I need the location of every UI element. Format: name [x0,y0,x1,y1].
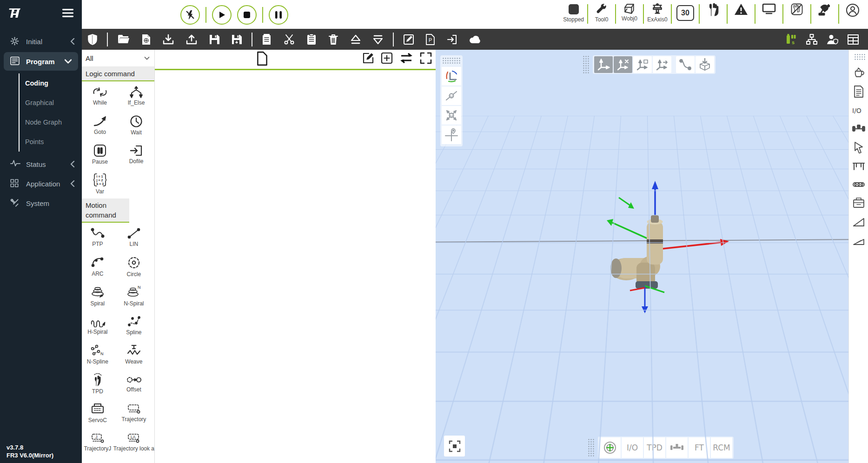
cloud-button[interactable] [469,35,481,44]
drag-handle[interactable] [442,57,461,64]
command-tool-ptp[interactable]: PTP [82,223,113,252]
save-button[interactable] [209,34,219,45]
filter-button[interactable] [373,34,383,45]
command-tool-while[interactable]: While [82,81,118,111]
menu-icon[interactable] [62,9,73,17]
viewport-3d[interactable]: MM I/OTPDFTRCM [436,50,848,463]
file-icon[interactable] [256,51,268,66]
io-text-button[interactable]: I/O [851,102,867,118]
drag-handle[interactable] [583,55,590,74]
clipboard-button[interactable] [307,33,316,45]
status-exaxis[interactable]: ExAxis0 [644,1,671,23]
command-tool-offset[interactable]: Offset [113,369,154,398]
import-button[interactable] [447,34,457,45]
network-button[interactable] [806,34,817,45]
pointer-button[interactable] [851,139,867,155]
command-tool-servoc[interactable]: ServoC [82,398,113,428]
frame-base-button[interactable] [594,56,613,73]
command-tool-wait[interactable]: Wait [118,111,154,140]
frame-wobj-button[interactable] [633,56,652,73]
command-tool-pause[interactable]: Pause [82,140,118,169]
command-tool-goto[interactable]: Goto [82,111,118,140]
wedge-button[interactable] [851,214,867,230]
command-tool-hspiral[interactable]: H-Spiral [82,311,113,340]
upload-button[interactable] [186,34,197,45]
fit-view-button[interactable] [444,436,465,456]
command-tool-spline[interactable]: Spline [113,311,154,340]
paste-doc-button[interactable] [262,33,272,45]
sidebar-item-application[interactable]: Application [0,174,82,193]
viewport-ft-button[interactable]: FT [689,437,710,458]
save-as-button[interactable] [232,34,242,45]
command-tool-arc[interactable]: ARC [82,252,113,281]
command-tool-dofile[interactable]: Dofile [118,140,154,169]
joint-cross-button[interactable]: M [442,106,461,125]
fullscreen-button[interactable] [420,52,432,64]
command-tool-nspiral[interactable]: N N-Spiral [113,281,154,311]
edit-button[interactable] [362,52,374,64]
viewport-jog-button[interactable] [666,437,688,458]
sidebar-item-program[interactable]: Program [4,52,78,71]
sidebar-subitem-graphical[interactable]: Graphical [20,93,82,112]
drag-handle[interactable] [854,53,866,60]
command-tool-weave[interactable]: Weave [113,340,154,369]
viewport-rcm-button[interactable]: RCM [711,437,732,458]
battery-status-button[interactable]: s [786,33,797,46]
command-tool-ifelse[interactable]: If_Else [118,81,154,111]
drag-teach-button[interactable] [180,5,200,25]
program-editor[interactable] [155,50,436,463]
locate-button[interactable] [442,126,461,144]
machine-button[interactable] [851,195,867,211]
file-p-button[interactable]: P [426,34,435,45]
download-button[interactable] [163,34,174,45]
table-legs-button[interactable] [851,158,867,174]
sidebar-item-system[interactable]: System [0,193,82,213]
status-manual-mode[interactable] [700,1,727,16]
command-tool-trajectoryla[interactable]: LA Trajectory look a [113,428,154,457]
viewport-target-button[interactable] [599,437,621,458]
conveyor-button[interactable] [851,177,867,192]
run-button[interactable] [212,5,232,25]
status-alarm[interactable] [728,1,755,15]
sidebar-subitem-coding[interactable]: Coding [20,73,82,93]
shield-button[interactable] [88,34,97,45]
command-tool-trajectory[interactable]: Trajectory [113,398,154,428]
command-tool-var[interactable]: i = 1j = 2k = 3 Var [82,169,118,198]
joint-drag-button[interactable]: M [442,86,461,105]
user-shield-button[interactable] [827,34,838,45]
table-button[interactable] [848,34,859,45]
kettle-button[interactable] [851,65,867,81]
drag-handle[interactable] [588,438,595,457]
frame-path-button[interactable] [676,56,695,73]
swap-button[interactable] [399,53,413,64]
add-square-button[interactable] [381,52,393,64]
slope-button[interactable] [851,232,867,248]
trash-button[interactable] [328,34,338,45]
file-add-button[interactable] [142,34,151,45]
sidebar-item-initial[interactable]: Initial [0,32,82,51]
gripper-button[interactable] [851,121,867,137]
sidebar-subitem-points[interactable]: Points [20,132,82,152]
viewport-io-button[interactable]: I/O [622,437,643,458]
status-account[interactable] [839,1,866,17]
sidebar-subitem-nodegraph[interactable]: Node Graph [20,112,82,132]
status-speed[interactable]: 30 [672,1,699,21]
status-run-state[interactable]: Stopped [560,1,587,23]
stop-button[interactable] [237,5,257,25]
status-robot[interactable] [811,1,838,16]
command-filter-dropdown[interactable]: All [82,50,154,67]
frame-tool-button[interactable] [614,56,632,73]
edit-doc-button[interactable] [404,34,414,45]
command-tool-nspline[interactable]: N N-Spline [82,340,113,369]
status-monitor[interactable] [755,1,782,14]
import-model-button[interactable] [696,56,714,73]
frame-step-button[interactable] [653,56,671,73]
document-button[interactable] [851,84,867,99]
command-tool-spiral[interactable]: Spiral [82,281,113,311]
sidebar-item-status[interactable]: Status [0,154,82,174]
folder-button[interactable] [118,34,130,44]
eject-button[interactable] [351,34,361,45]
editor-canvas[interactable] [155,70,436,463]
status-no-touch[interactable] [783,1,810,15]
status-tool[interactable]: Tool0 [588,1,615,23]
